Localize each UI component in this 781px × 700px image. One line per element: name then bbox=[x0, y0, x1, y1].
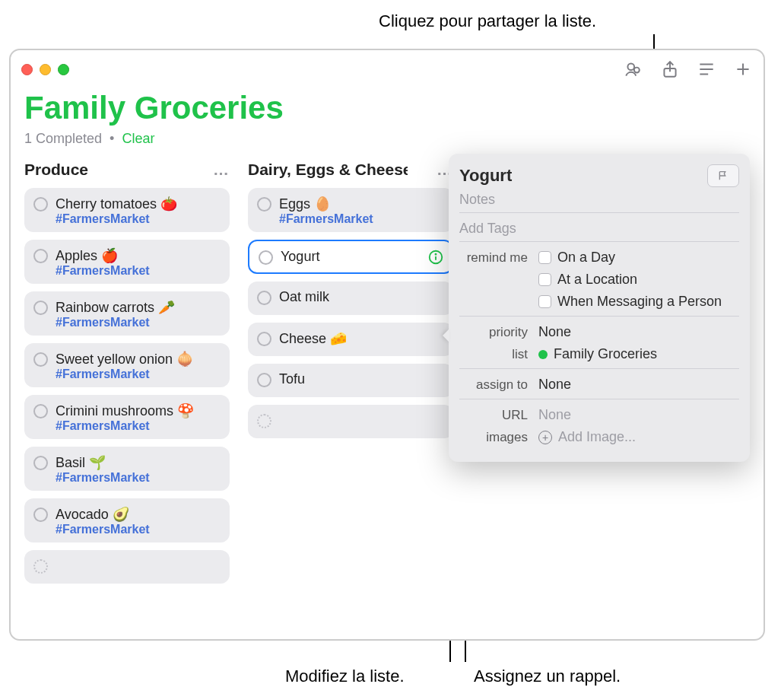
item-title: Eggs 🥚 bbox=[279, 196, 444, 212]
item-title: Tofu bbox=[279, 371, 444, 387]
separator bbox=[459, 241, 739, 242]
callout-assign: Assignez un rappel. bbox=[474, 667, 621, 686]
details-popover: Yogurt Notes Add Tags remind me On a Day… bbox=[449, 154, 750, 462]
item-title: Basil 🌱 bbox=[56, 454, 221, 471]
traffic-lights bbox=[21, 64, 69, 75]
complete-toggle[interactable] bbox=[33, 249, 48, 263]
checkbox-when-messaging[interactable] bbox=[538, 295, 551, 308]
complete-toggle[interactable] bbox=[257, 291, 271, 305]
separator bbox=[459, 399, 739, 399]
svg-point-4 bbox=[435, 253, 436, 254]
zoom-window-button[interactable] bbox=[58, 64, 69, 75]
item-tag[interactable]: #FarmersMarket bbox=[279, 212, 444, 226]
remind-option: On a Day bbox=[557, 250, 615, 266]
list-color-dot bbox=[538, 350, 548, 359]
list-item[interactable]: Cheese 🧀 bbox=[248, 323, 453, 356]
complete-toggle[interactable] bbox=[33, 352, 48, 367]
list-item[interactable]: Basil 🌱 #FarmersMarket bbox=[24, 447, 230, 491]
separator bbox=[459, 212, 739, 213]
section-produce: Produce … Cherry tomatoes 🍅 #FarmersMark… bbox=[24, 161, 230, 591]
item-tag[interactable]: #FarmersMarket bbox=[56, 212, 221, 226]
list-name: Family Groceries bbox=[554, 346, 657, 362]
svg-point-0 bbox=[627, 63, 634, 70]
callout-line-share bbox=[653, 34, 655, 49]
flag-button[interactable] bbox=[707, 164, 739, 187]
item-title: Crimini mushrooms 🍄 bbox=[56, 402, 221, 419]
complete-toggle[interactable] bbox=[33, 508, 48, 522]
callout-edit-list: Modifiez la liste. bbox=[285, 667, 405, 686]
checkbox-at-location[interactable] bbox=[538, 273, 551, 286]
divider-dot: • bbox=[110, 131, 114, 146]
complete-toggle[interactable] bbox=[259, 250, 273, 265]
complete-toggle[interactable] bbox=[33, 456, 48, 470]
complete-toggle[interactable] bbox=[257, 373, 271, 387]
list-item[interactable]: Sweet yellow onion 🧅 #FarmersMarket bbox=[24, 343, 230, 387]
info-icon[interactable] bbox=[427, 249, 444, 266]
clear-completed-button[interactable]: Clear bbox=[122, 131, 154, 146]
list-item-selected[interactable]: Yogurt bbox=[248, 240, 453, 274]
remind-option: When Messaging a Person bbox=[557, 294, 722, 310]
completed-count: 1 Completed bbox=[24, 131, 102, 146]
complete-toggle[interactable] bbox=[257, 332, 271, 346]
list-item[interactable]: Tofu bbox=[248, 364, 453, 397]
plus-circle-icon: + bbox=[538, 431, 552, 444]
separator bbox=[459, 368, 739, 369]
assign-value[interactable]: None bbox=[538, 377, 739, 393]
label-list: list bbox=[459, 347, 538, 362]
popover-title[interactable]: Yogurt bbox=[459, 166, 512, 186]
section-dairy: Dairy, Eggs & Cheese … Eggs 🥚 #FarmersMa… bbox=[248, 161, 453, 591]
item-tag[interactable]: #FarmersMarket bbox=[56, 316, 221, 329]
item-tag[interactable]: #FarmersMarket bbox=[56, 471, 221, 485]
complete-toggle bbox=[33, 559, 48, 574]
item-tag[interactable]: #FarmersMarket bbox=[56, 264, 221, 278]
item-title: Cheese 🧀 bbox=[279, 330, 444, 347]
item-title: Rainbow carrots 🥕 bbox=[56, 299, 221, 316]
list-item[interactable]: Eggs 🥚 #FarmersMarket bbox=[248, 188, 453, 232]
item-title: Sweet yellow onion 🧅 bbox=[56, 351, 221, 368]
collaborate-icon[interactable] bbox=[624, 59, 643, 79]
complete-toggle[interactable] bbox=[257, 197, 271, 212]
item-tag[interactable]: #FarmersMarket bbox=[56, 368, 221, 381]
list-item[interactable]: Crimini mushrooms 🍄 #FarmersMarket bbox=[24, 395, 230, 439]
separator bbox=[459, 316, 739, 317]
complete-toggle[interactable] bbox=[33, 404, 48, 418]
notes-field[interactable]: Notes bbox=[459, 192, 739, 208]
tags-field[interactable]: Add Tags bbox=[459, 221, 739, 237]
close-window-button[interactable] bbox=[21, 64, 33, 75]
section-more-button[interactable]: … bbox=[213, 161, 230, 179]
view-options-icon[interactable] bbox=[697, 59, 716, 79]
titlebar bbox=[11, 50, 764, 88]
list-item[interactable]: Avocado 🥑 #FarmersMarket bbox=[24, 498, 230, 542]
item-title: Yogurt bbox=[281, 249, 443, 265]
item-tag[interactable]: #FarmersMarket bbox=[56, 523, 221, 536]
list-value[interactable]: Family Groceries bbox=[538, 346, 739, 362]
new-item-placeholder[interactable] bbox=[24, 550, 230, 584]
minimize-window-button[interactable] bbox=[40, 64, 51, 75]
checkbox-on-a-day[interactable] bbox=[538, 251, 551, 264]
list-item[interactable]: Cherry tomatoes 🍅 #FarmersMarket bbox=[24, 188, 230, 232]
complete-toggle[interactable] bbox=[33, 197, 48, 212]
list-title: Family Groceries bbox=[24, 90, 750, 126]
new-item-placeholder[interactable] bbox=[248, 405, 453, 438]
add-image-button[interactable]: + Add Image... bbox=[538, 429, 739, 445]
complete-toggle[interactable] bbox=[33, 301, 48, 315]
toolbar-right bbox=[624, 59, 753, 79]
list-item[interactable]: Apples 🍎 #FarmersMarket bbox=[24, 240, 230, 284]
svg-point-1 bbox=[634, 68, 640, 73]
label-url: URL bbox=[459, 408, 538, 423]
url-value[interactable]: None bbox=[538, 407, 739, 423]
popover-pointer bbox=[443, 329, 449, 342]
content-area: Family Groceries 1 Completed • Clear Pro… bbox=[11, 88, 764, 639]
callout-share: Cliquez pour partager la liste. bbox=[379, 11, 596, 31]
add-reminder-icon[interactable] bbox=[733, 59, 753, 79]
completed-line: 1 Completed • Clear bbox=[24, 131, 750, 147]
priority-value[interactable]: None bbox=[538, 324, 739, 340]
list-item[interactable]: Rainbow carrots 🥕 #FarmersMarket bbox=[24, 291, 230, 336]
item-tag[interactable]: #FarmersMarket bbox=[56, 419, 221, 433]
share-icon[interactable] bbox=[660, 59, 680, 79]
item-title: Avocado 🥑 bbox=[56, 506, 221, 523]
item-title: Cherry tomatoes 🍅 bbox=[56, 196, 221, 212]
label-remind: remind me bbox=[459, 250, 538, 266]
list-item[interactable]: Oat milk bbox=[248, 282, 453, 315]
item-title: Apples 🍎 bbox=[56, 247, 221, 264]
